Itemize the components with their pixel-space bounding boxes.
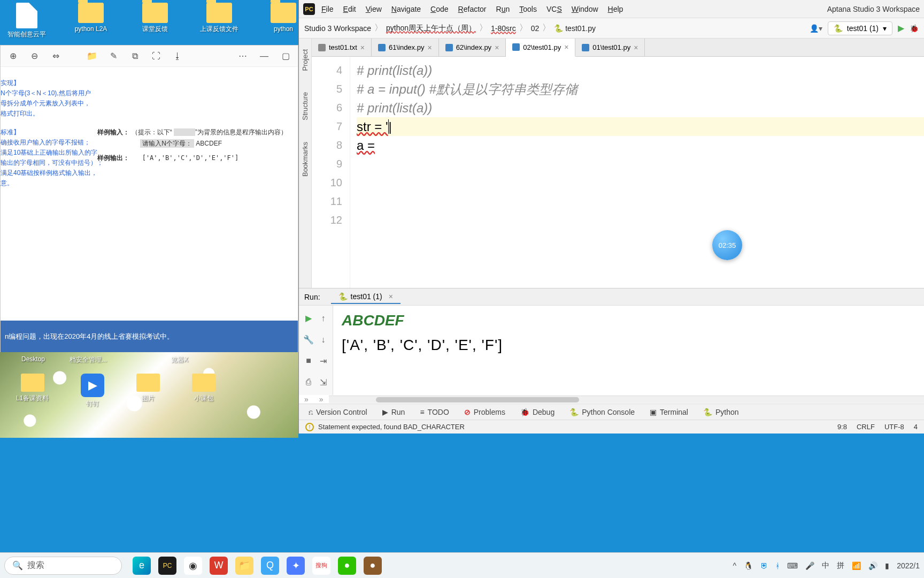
desktop-icon[interactable]: 图片	[136, 374, 160, 408]
menu-navigate[interactable]: Navigate	[391, 5, 421, 13]
terminal-tab[interactable]: ▣Terminal	[650, 408, 688, 416]
todo-tab[interactable]: ≡TODO	[420, 408, 449, 416]
editor-tab[interactable]: 62\index.py×	[439, 39, 506, 56]
close-icon[interactable]: ×	[564, 43, 568, 51]
settings-icon[interactable]: 🔧	[303, 331, 314, 348]
close-icon[interactable]: ×	[360, 43, 365, 52]
app[interactable]: ●	[364, 557, 382, 575]
line-separator[interactable]: CRLF	[857, 423, 875, 431]
feishu-app[interactable]: ✦	[287, 557, 305, 575]
run-output[interactable]: ABCDEF ['A', 'B', 'C', 'D', 'E', 'F']	[333, 306, 924, 395]
stop-icon[interactable]: ■	[303, 353, 314, 370]
code-editor[interactable]: 456 789 101112 # print(list(a)) # a = in…	[312, 57, 924, 288]
bluetooth-icon[interactable]: ᚼ	[775, 561, 780, 570]
desktop-icon[interactable]: 上课反馈文件	[198, 3, 241, 38]
wps-app[interactable]: W	[210, 557, 228, 575]
editor-tab[interactable]: 02\test01.py×	[506, 39, 575, 57]
volume-icon[interactable]: 🔊	[868, 561, 877, 570]
desktop-icon[interactable]: L1备课资料	[16, 374, 49, 408]
timer-overlay[interactable]: 02:35	[712, 230, 742, 260]
menu-refactor[interactable]: Refactor	[458, 5, 487, 13]
qq-app[interactable]: Q	[261, 557, 279, 575]
shield-icon[interactable]: ⛨	[760, 561, 768, 570]
breadcrumb-item[interactable]: Studio 3 Workspace	[304, 24, 371, 33]
network-icon[interactable]: 📶	[852, 561, 861, 570]
breadcrumb-item[interactable]: 02	[531, 24, 540, 33]
up-icon[interactable]: ↑	[318, 310, 328, 327]
clock[interactable]: 2022/1	[897, 561, 920, 570]
minimize-icon[interactable]: —	[258, 50, 270, 62]
zoom-in-icon[interactable]: ⊕	[7, 50, 19, 62]
close-icon[interactable]: ×	[495, 43, 499, 52]
mic-icon[interactable]: 🎤	[805, 561, 814, 570]
run-config-selector[interactable]: 🐍 test01 (1) ▾	[828, 21, 892, 35]
structure-tab[interactable]: Structure	[301, 92, 309, 120]
explorer-app[interactable]: 📁	[235, 557, 253, 575]
menu-window[interactable]: Window	[572, 5, 598, 13]
run-button[interactable]: ▶	[898, 23, 904, 33]
menu-edit[interactable]: Edit	[343, 5, 356, 13]
breadcrumb-item[interactable]: 🐍 test01.py	[554, 24, 596, 33]
export-icon[interactable]: ⇲	[318, 374, 328, 391]
wrap-icon[interactable]: ⇥	[318, 353, 328, 370]
keyboard-icon[interactable]: ⌨	[787, 561, 798, 570]
desktop-icon[interactable]: 课堂反馈	[134, 3, 176, 38]
fullscreen-icon[interactable]: ⛶	[150, 50, 162, 62]
breadcrumb-item[interactable]: 1-80src	[491, 24, 516, 33]
horizontal-scrollbar[interactable]	[329, 396, 924, 403]
chevron-up-icon[interactable]: ^	[733, 561, 737, 570]
desktop-icon[interactable]: 小课包	[192, 374, 215, 408]
menu-code[interactable]: Code	[430, 5, 448, 13]
bookmarks-tab[interactable]: Bookmarks	[301, 142, 309, 177]
download-icon[interactable]: ⭳	[172, 50, 183, 62]
search-input[interactable]: 🔍 搜索	[4, 557, 122, 575]
menu-file[interactable]: File	[321, 5, 334, 13]
fit-width-icon[interactable]: ⇔	[50, 50, 61, 62]
wechat-app[interactable]: ●	[338, 557, 356, 575]
run-tab[interactable]: 🐍 test01 (1) ×	[331, 290, 401, 304]
rerun-icon[interactable]: ▶	[303, 310, 314, 327]
more-icon[interactable]: ⋯	[237, 50, 249, 62]
menu-vcs[interactable]: VCS	[546, 5, 562, 13]
more-icon[interactable]: »	[314, 395, 329, 404]
python-console-tab[interactable]: 🐍Python Console	[569, 408, 635, 416]
code-lines[interactable]: # print(list(a)) # a = input() #默认是以字符串类…	[350, 57, 924, 288]
menu-view[interactable]: View	[366, 5, 382, 13]
python-packages-tab[interactable]: 🐍Python	[703, 408, 739, 416]
editor-tab[interactable]: 01\test01.py×	[575, 39, 645, 56]
close-icon[interactable]: ×	[389, 292, 393, 301]
maximize-icon[interactable]: ▢	[280, 50, 291, 62]
desktop-icon[interactable]: 智能创意云平	[5, 3, 48, 38]
zoom-out-icon[interactable]: ⊖	[28, 50, 40, 62]
down-icon[interactable]: ↓	[318, 331, 328, 348]
battery-icon[interactable]: ▮	[885, 561, 889, 570]
qq-tray-icon[interactable]: 🐧	[744, 561, 753, 570]
menu-tools[interactable]: Tools	[519, 5, 537, 13]
menu-help[interactable]: Help	[608, 5, 623, 13]
desktop-icon[interactable]: ▶钉钉	[81, 374, 104, 408]
run-tab[interactable]: ▶Run	[382, 408, 405, 416]
close-icon[interactable]: ×	[634, 43, 638, 52]
chrome-app[interactable]: ◉	[184, 557, 202, 575]
indent[interactable]: 4	[914, 423, 918, 431]
sogou-app[interactable]: 搜狗	[312, 557, 330, 575]
debug-tab[interactable]: 🐞Debug	[520, 408, 555, 416]
project-tab[interactable]: Project	[301, 49, 309, 71]
breadcrumb-item[interactable]: python周天上午十点（周）	[386, 24, 476, 33]
copy-icon[interactable]: ⧉	[129, 50, 141, 62]
editor-tab[interactable]: 61\index.py×	[372, 39, 439, 56]
version-control-tab[interactable]: ⎌Version Control	[309, 408, 367, 416]
menu-run[interactable]: Run	[496, 5, 510, 13]
desktop-icon[interactable]: python L2A	[70, 3, 112, 38]
problems-tab[interactable]: ⊘Problems	[464, 408, 505, 416]
print-icon[interactable]: ⎙	[303, 374, 314, 391]
user-icon[interactable]: 👤▾	[810, 24, 822, 33]
edge-app[interactable]: e	[133, 557, 151, 575]
editor-tab[interactable]: test01.txt×	[312, 39, 372, 56]
edit-icon[interactable]: ✎	[107, 50, 119, 62]
more-icon[interactable]: »	[299, 395, 314, 404]
folder-icon[interactable]: 📁	[86, 50, 98, 62]
cursor-position[interactable]: 9:8	[837, 423, 847, 431]
ime-mode[interactable]: 拼	[837, 561, 844, 571]
ime-lang[interactable]: 中	[822, 561, 829, 571]
